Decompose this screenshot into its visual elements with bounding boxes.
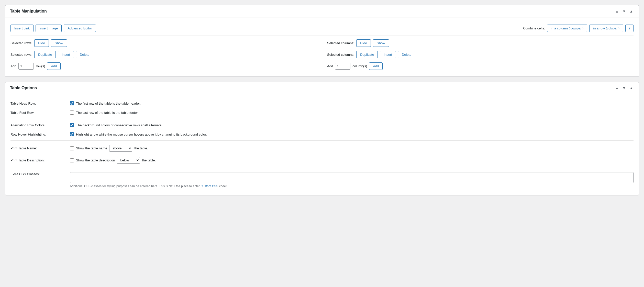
print-table-desc-select[interactable]: above below [117,157,140,164]
print-table-desc-label: Print Table Description: [10,158,67,162]
rows-duplicate-button[interactable]: Duplicate [34,51,56,58]
table-options-body: Table Head Row: The first row of the tab… [5,94,639,195]
collapse-up-button[interactable]: ▲ [614,9,620,14]
collapse-down-button[interactable]: ▼ [621,9,627,14]
combine-cells-label: Combine cells: [523,26,545,30]
print-table-desc-text-before: Show the table description [76,158,115,162]
head-row-text: The first row of the table is the table … [76,102,141,105]
extra-css-option: Extra CSS Classes: Additional CSS classe… [10,170,634,191]
print-table-name-label: Print Table Name: [10,146,67,150]
table-options-panel: Table Options ▲ ▼ ▲ Table Head Row: The … [5,82,639,195]
print-table-name-text-after: the table. [134,146,148,150]
options-collapse-down-button[interactable]: ▼ [621,86,627,90]
foot-row-option: Table Foot Row: The last row of the tabl… [10,108,634,117]
expand-button[interactable]: ▲ [628,9,634,14]
table-manipulation-title: Table Manipulation [10,9,47,14]
rows-dup-ins-del-row: Selected rows: Duplicate Insert Delete [10,49,317,60]
table-options-title: Table Options [10,86,37,90]
selected-rows-label-2: Selected rows: [10,53,32,57]
options-panel-controls: ▲ ▼ ▲ [614,86,634,90]
head-row-checkbox[interactable] [70,101,74,105]
in-column-button[interactable]: in a column (rowspan) [547,25,587,32]
options-divider-1 [10,119,634,119]
insert-image-button[interactable]: Insert Image [36,25,62,32]
cols-dup-ins-del-row: Selected columns: Duplicate Insert Delet… [327,49,634,60]
print-table-name-option: Print Table Name: Show the table name ab… [10,142,634,154]
print-table-desc-checkbox[interactable] [70,158,74,162]
help-button[interactable]: ? [625,25,634,32]
alternating-colors-content: The background colors of consecutive row… [70,123,162,127]
rows-add-input[interactable] [18,63,34,70]
cols-add-button[interactable]: Add [369,62,383,70]
print-table-desc-content: Show the table description above below t… [70,157,156,164]
panel-controls: ▲ ▼ ▲ [614,9,634,14]
alternating-colors-text: The background colors of consecutive row… [76,123,162,127]
head-row-option: Table Head Row: The first row of the tab… [10,99,634,108]
options-collapse-up-button[interactable]: ▲ [614,86,620,90]
rows-suffix: row(s) [36,64,45,68]
rows-insert-button[interactable]: Insert [58,51,74,58]
options-divider-2 [10,140,634,141]
table-manipulation-header: Table Manipulation ▲ ▼ ▲ [5,5,639,17]
print-table-name-text-before: Show the table name [76,146,107,150]
foot-row-checkbox[interactable] [70,111,74,115]
rows-add-row: Add row(s) Add [10,60,317,72]
rows-hide-button[interactable]: Hide [34,39,49,47]
rows-section: Selected rows: Hide Show Selected rows: … [10,37,317,72]
manipulation-grid: Selected rows: Hide Show Selected rows: … [10,37,634,72]
print-table-name-select[interactable]: above below [109,145,132,152]
extra-css-hint: Additional CSS classes for styling purpo… [70,184,634,188]
foot-row-label: Table Foot Row: [10,111,67,115]
rows-show-button[interactable]: Show [51,39,67,47]
selected-cols-label-1: Selected columns: [327,41,354,45]
selected-cols-label-2: Selected columns: [327,53,354,57]
extra-css-label: Extra CSS Classes: [10,172,67,176]
columns-section: Selected columns: Hide Show Selected col… [327,37,634,72]
alternating-colors-label: Alternating Row Colors: [10,123,67,127]
custom-css-link[interactable]: Custom CSS [201,184,218,188]
cols-show-button[interactable]: Show [373,39,389,47]
options-expand-button[interactable]: ▲ [628,86,634,90]
head-row-label: Table Head Row: [10,102,67,105]
table-manipulation-body: Insert Link Insert Image Advanced Editor… [5,17,639,76]
table-manipulation-panel: Table Manipulation ▲ ▼ ▲ Insert Link Ins… [5,5,639,77]
cols-hide-button[interactable]: Hide [356,39,371,47]
print-table-desc-text-after: the table. [142,158,156,162]
print-table-desc-option: Print Table Description: Show the table … [10,154,634,166]
print-table-name-content: Show the table name above below the tabl… [70,145,148,152]
row-hover-option: Row Hover Highlighting: Highlight a row … [10,130,634,139]
cols-delete-button[interactable]: Delete [398,51,415,58]
extra-css-hint-text: Additional CSS classes for styling purpo… [70,184,200,188]
combine-cells-section: Combine cells: in a column (rowspan) in … [523,25,634,32]
in-row-button[interactable]: in a row (colspan) [589,25,623,32]
advanced-editor-button[interactable]: Advanced Editor [64,25,96,32]
row-hover-checkbox[interactable] [70,132,74,136]
cols-add-input[interactable] [335,63,350,70]
cols-insert-button[interactable]: Insert [380,51,396,58]
row-hover-label: Row Hover Highlighting: [10,133,67,136]
selected-rows-label-1: Selected rows: [10,41,32,45]
row-hover-text: Highlight a row while the mouse cursor h… [76,133,207,136]
cols-hide-show-row: Selected columns: Hide Show [327,37,634,49]
extra-css-content: Additional CSS classes for styling purpo… [70,172,634,188]
alternating-colors-option: Alternating Row Colors: The background c… [10,120,634,130]
rows-delete-button[interactable]: Delete [76,51,93,58]
rows-hide-show-row: Selected rows: Hide Show [10,37,317,49]
cols-duplicate-button[interactable]: Duplicate [356,51,378,58]
insert-link-button[interactable]: Insert Link [10,25,34,32]
print-table-name-checkbox[interactable] [70,146,74,150]
rows-add-button[interactable]: Add [47,62,61,70]
extra-css-input[interactable] [70,172,634,183]
head-row-content: The first row of the table is the table … [70,101,141,105]
extra-css-hint-end: code! [219,184,227,188]
cols-suffix: column(s) [352,64,367,68]
options-divider-3 [10,168,634,168]
cols-add-label: Add [327,64,333,68]
table-options-header: Table Options ▲ ▼ ▲ [5,82,639,94]
toolbar-left: Insert Link Insert Image Advanced Editor [10,25,96,32]
toolbar-row: Insert Link Insert Image Advanced Editor… [10,22,634,36]
cols-add-row: Add column(s) Add [327,60,634,72]
foot-row-content: The last row of the table is the table f… [70,111,139,115]
row-hover-content: Highlight a row while the mouse cursor h… [70,132,207,136]
alternating-colors-checkbox[interactable] [70,123,74,127]
